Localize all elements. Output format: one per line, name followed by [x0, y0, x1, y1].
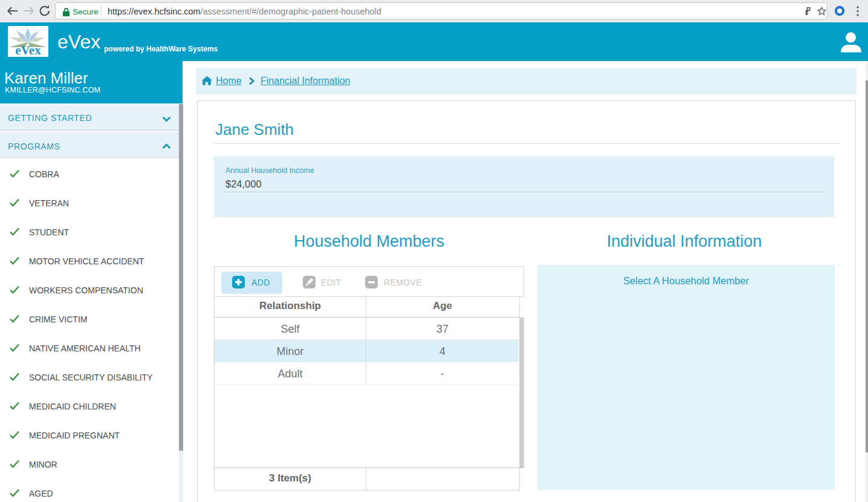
svg-text:eVex: eVex: [15, 43, 41, 57]
